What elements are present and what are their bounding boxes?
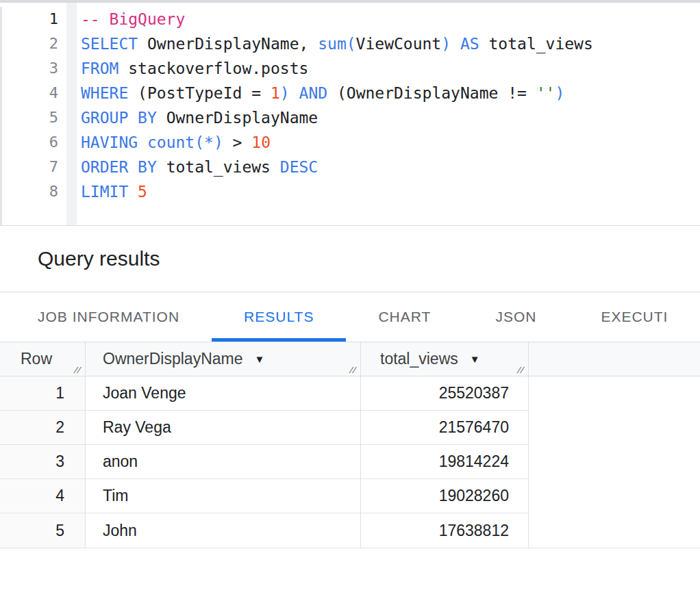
- code-token: [128, 183, 138, 201]
- code-token: HAVING: [81, 133, 138, 151]
- editor-horizontal-scrollbar[interactable]: [0, 0, 700, 3]
- column-header-total-views[interactable]: total_views▼: [361, 342, 529, 376]
- tab-json[interactable]: JSON: [463, 292, 568, 342]
- query-results-header: Query results: [0, 226, 700, 292]
- code-token: '': [536, 84, 555, 102]
- table-row: 5John17638812: [0, 513, 700, 548]
- column-header-filler: [529, 342, 700, 376]
- code-token: [138, 133, 147, 151]
- tab-label: EXECUTI: [601, 309, 668, 325]
- code-line[interactable]: 2SELECT OwnerDisplayName, sum(ViewCount)…: [0, 31, 700, 56]
- cell-ownerdisplayname: Tim: [86, 479, 361, 513]
- code-token: AS: [460, 35, 479, 53]
- cell-total-views: 21576470: [361, 411, 529, 445]
- code-line[interactable]: 6HAVING count(*) > 10: [0, 130, 700, 155]
- code-line[interactable]: 4WHERE (PostTypeId = 1) AND (OwnerDispla…: [0, 81, 700, 105]
- code-token: sum(: [318, 35, 355, 53]
- code-line[interactable]: 1-- BigQuery: [0, 7, 700, 31]
- table-row: 3anon19814224: [0, 445, 700, 479]
- bottom-space: [0, 548, 700, 600]
- cell-total-views: 17638812: [361, 513, 529, 548]
- code-text[interactable]: SELECT OwnerDisplayName, sum(ViewCount) …: [58, 31, 593, 56]
- code-token: total_views: [479, 35, 593, 53]
- cell-filler: [529, 479, 700, 513]
- code-token: FROM: [81, 60, 118, 77]
- code-line[interactable]: 3FROM stackoverflow.posts: [0, 56, 700, 81]
- column-resize-handle[interactable]: [73, 365, 82, 374]
- cell-filler: [529, 411, 700, 445]
- code-token: 5: [138, 183, 147, 201]
- line-number: 2: [0, 31, 58, 56]
- cell-ownerdisplayname: anon: [86, 445, 361, 479]
- code-token: ): [555, 84, 564, 102]
- tab-job-information[interactable]: JOB INFORMATION: [5, 292, 212, 342]
- code-token: ViewCount: [356, 35, 442, 53]
- code-token: GROUP BY: [81, 109, 157, 127]
- column-menu-arrow-icon[interactable]: ▼: [255, 353, 265, 365]
- cell-total-views: 19028260: [361, 479, 529, 513]
- row-number-cell: 5: [0, 513, 86, 548]
- cell-ownerdisplayname: John: [86, 513, 361, 548]
- code-text[interactable]: FROM stackoverflow.posts: [58, 56, 308, 81]
- column-header-label: OwnerDisplayName: [103, 350, 243, 368]
- line-number: 6: [0, 130, 58, 155]
- tab-results[interactable]: RESULTS: [212, 292, 346, 342]
- column-resize-handle[interactable]: [516, 365, 525, 374]
- table-row: 4Tim19028260: [0, 479, 700, 513]
- code-token: 10: [251, 133, 271, 151]
- code-token: SELECT: [81, 35, 138, 53]
- code-line[interactable]: 5GROUP BY OwnerDisplayName: [0, 105, 700, 130]
- code-token: (PostTypeId =: [128, 84, 271, 102]
- cell-filler: [529, 445, 700, 479]
- code-token: stackoverflow.posts: [118, 60, 308, 77]
- cell-filler: [529, 513, 700, 548]
- line-number: 1: [0, 7, 58, 31]
- code-text[interactable]: HAVING count(*) > 10: [58, 130, 271, 155]
- tab-executi[interactable]: EXECUTI: [568, 292, 700, 342]
- line-number: 4: [0, 81, 58, 105]
- code-lines[interactable]: 1-- BigQuery2SELECT OwnerDisplayName, su…: [0, 7, 700, 204]
- code-token: WHERE: [81, 84, 128, 102]
- code-text[interactable]: WHERE (PostTypeId = 1) AND (OwnerDisplay…: [58, 81, 564, 105]
- code-text[interactable]: -- BigQuery: [58, 7, 185, 31]
- code-text[interactable]: ORDER BY total_views DESC: [58, 155, 318, 179]
- code-text[interactable]: LIMIT 5: [58, 179, 147, 204]
- code-token: [290, 84, 299, 102]
- column-resize-handle[interactable]: [349, 365, 358, 374]
- code-token: OwnerDisplayName: [157, 109, 318, 127]
- cell-ownerdisplayname: Ray Vega: [86, 411, 361, 445]
- column-header-label: Row: [21, 350, 52, 368]
- table-header-row: RowOwnerDisplayName▼total_views▼: [0, 342, 700, 376]
- code-token: ): [280, 84, 290, 102]
- code-token: total_views: [157, 158, 280, 176]
- line-number: 5: [0, 105, 58, 130]
- sql-editor: 1-- BigQuery2SELECT OwnerDisplayName, su…: [0, 0, 700, 226]
- code-token: count(*): [147, 133, 223, 151]
- tab-chart[interactable]: CHART: [346, 292, 463, 342]
- code-line[interactable]: 8LIMIT 5: [0, 179, 700, 204]
- column-menu-arrow-icon[interactable]: ▼: [470, 353, 480, 365]
- tab-label: CHART: [378, 309, 431, 325]
- results-tabs: JOB INFORMATIONRESULTSCHARTJSONEXECUTI: [0, 292, 700, 342]
- column-header-row[interactable]: Row: [0, 342, 86, 376]
- cell-filler: [529, 376, 700, 411]
- tab-label: JOB INFORMATION: [38, 309, 179, 325]
- results-table: RowOwnerDisplayName▼total_views▼ 1Joan V…: [0, 342, 700, 548]
- table-row: 2Ray Vega21576470: [0, 411, 700, 445]
- code-token: [451, 35, 460, 53]
- code-token: -- BigQuery: [81, 10, 185, 28]
- code-token: ORDER BY: [81, 158, 157, 176]
- code-text[interactable]: GROUP BY OwnerDisplayName: [58, 105, 318, 130]
- row-number-cell: 3: [0, 445, 86, 479]
- code-line[interactable]: 7ORDER BY total_views DESC: [0, 155, 700, 179]
- column-header-ownerdisplayname[interactable]: OwnerDisplayName▼: [86, 342, 361, 376]
- code-token: (OwnerDisplayName !=: [327, 84, 536, 102]
- tab-label: RESULTS: [244, 309, 314, 325]
- table-body: 1Joan Venge255203872Ray Vega215764703ano…: [0, 376, 700, 548]
- line-number: 7: [0, 155, 58, 179]
- active-tab-indicator: [212, 338, 346, 342]
- code-token: DESC: [280, 158, 318, 176]
- column-header-label: total_views: [380, 350, 458, 368]
- query-results-title: Query results: [38, 247, 160, 270]
- code-token: >: [223, 133, 252, 151]
